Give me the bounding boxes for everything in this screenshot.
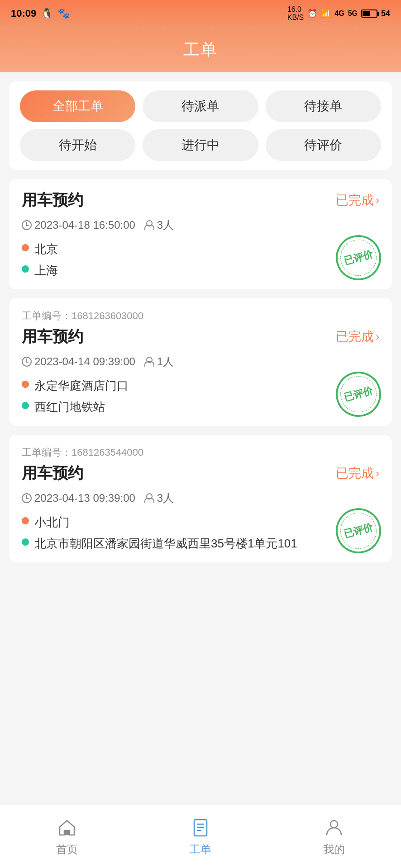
- clock-icon-2: [22, 357, 32, 367]
- order-type-2: 用车预约: [22, 326, 83, 347]
- person-icon-1: [144, 220, 154, 230]
- order-locations-3: 小北门 北京市朝阳区潘家园街道华威西里35号楼1单元101: [22, 514, 379, 552]
- order-datetime-3: 2023-04-13 09:39:00: [22, 492, 135, 505]
- order-meta-1: 2023-04-18 16:50:00 3人: [22, 218, 379, 232]
- nav-orders-label: 工单: [190, 842, 211, 857]
- nav-profile-label: 我的: [323, 842, 345, 857]
- order-datetime-2: 2023-04-14 09:39:00: [22, 355, 135, 368]
- clock-icon-3: [22, 493, 32, 503]
- to-dot-2: [22, 402, 29, 409]
- status-left: 10:09 🐧 🐾: [11, 8, 70, 19]
- nav-profile[interactable]: 我的: [323, 817, 345, 857]
- order-card-1[interactable]: 用车预约 已完成 › 2023-04-18 16:50:00 3人 北京: [9, 179, 392, 289]
- page-title: 工单: [183, 39, 218, 61]
- alarm-icon: ⏰: [307, 9, 317, 19]
- order-number-3: 工单编号：1681263544000: [22, 446, 379, 459]
- person-icon-3: [144, 493, 154, 503]
- clock-icon-1: [22, 220, 32, 230]
- wechat-icon: 🐧: [41, 8, 53, 19]
- filter-card: 全部工单 待派单 待接单 待开始 进行中 待评价: [9, 81, 392, 170]
- order-status-3: 已完成 ›: [336, 465, 379, 482]
- order-from-2: 永定华庭酒店门口: [22, 378, 379, 394]
- battery-icon: [361, 9, 377, 18]
- filter-all[interactable]: 全部工单: [20, 90, 135, 122]
- from-dot-1: [22, 244, 29, 251]
- order-card-2[interactable]: 工单编号：1681263603000 用车预约 已完成 › 2023-04-14…: [9, 298, 392, 426]
- svg-rect-0: [65, 830, 69, 835]
- filter-pending-accept[interactable]: 待接单: [266, 90, 381, 122]
- wifi-icon: 📶: [321, 9, 331, 19]
- order-meta-2: 2023-04-14 09:39:00 1人: [22, 354, 379, 369]
- order-header-1: 用车预约 已完成 ›: [22, 190, 379, 211]
- filter-pending-dispatch[interactable]: 待派单: [143, 90, 258, 122]
- profile-icon: [323, 817, 345, 839]
- nav-home[interactable]: 首页: [56, 817, 78, 857]
- order-type-3: 用车预约: [22, 463, 83, 484]
- orders-icon: [190, 817, 211, 839]
- from-dot-3: [22, 517, 29, 524]
- nav-home-label: 首页: [56, 842, 78, 857]
- order-locations-2: 永定华庭酒店门口 西红门地铁站: [22, 378, 379, 415]
- order-header-3: 用车预约 已完成 ›: [22, 463, 379, 484]
- order-to-1: 上海: [22, 263, 379, 278]
- battery-level: 54: [381, 9, 390, 19]
- order-datetime-1: 2023-04-18 16:50:00: [22, 219, 135, 231]
- order-type-1: 用车预约: [22, 190, 83, 211]
- status-bar: 10:09 🐧 🐾 16.0KB/S ⏰ 📶 4G 5G 54: [0, 0, 401, 27]
- paw-icon: 🐾: [57, 8, 70, 19]
- order-to-3: 北京市朝阳区潘家园街道华威西里35号楼1单元101: [22, 536, 379, 552]
- page-header: 工单: [0, 27, 401, 72]
- status-time: 10:09: [11, 8, 36, 19]
- order-meta-3: 2023-04-13 09:39:00 3人: [22, 491, 379, 505]
- filter-pending-start[interactable]: 待开始: [20, 129, 135, 161]
- to-dot-3: [22, 538, 29, 546]
- svg-point-5: [330, 821, 338, 828]
- order-from-1: 北京: [22, 241, 379, 257]
- signal-4g-icon: 4G: [334, 9, 344, 18]
- orders-list: 用车预约 已完成 › 2023-04-18 16:50:00 3人 北京: [0, 179, 401, 635]
- bottom-nav: 首页 工单 我的: [0, 805, 401, 868]
- order-status-2: 已完成 ›: [336, 328, 379, 345]
- order-to-2: 西红门地铁站: [22, 399, 379, 415]
- order-header-2: 用车预约 已完成 ›: [22, 326, 379, 347]
- chevron-icon-1: ›: [376, 194, 379, 207]
- order-persons-3: 3人: [144, 491, 174, 505]
- home-icon: [56, 817, 78, 839]
- person-icon-2: [144, 357, 154, 367]
- order-locations-1: 北京 上海: [22, 241, 379, 278]
- chevron-icon-2: ›: [376, 330, 379, 343]
- nav-orders[interactable]: 工单: [190, 817, 211, 857]
- order-from-3: 小北门: [22, 514, 379, 530]
- order-number-2: 工单编号：1681263603000: [22, 309, 379, 323]
- order-persons-1: 3人: [144, 218, 174, 232]
- from-dot-2: [22, 381, 29, 388]
- order-status-1: 已完成 ›: [336, 192, 379, 209]
- signal-5g-icon: 5G: [348, 9, 358, 18]
- status-right: 16.0KB/S ⏰ 📶 4G 5G 54: [287, 5, 390, 22]
- network-speed: 16.0KB/S: [287, 5, 304, 22]
- order-persons-2: 1人: [144, 354, 174, 369]
- chevron-icon-3: ›: [376, 467, 379, 480]
- filter-in-progress[interactable]: 进行中: [143, 129, 258, 161]
- order-card-3[interactable]: 工单编号：1681263544000 用车预约 已完成 › 2023-04-13…: [9, 435, 392, 562]
- to-dot-1: [22, 265, 29, 273]
- filter-pending-review[interactable]: 待评价: [266, 129, 381, 161]
